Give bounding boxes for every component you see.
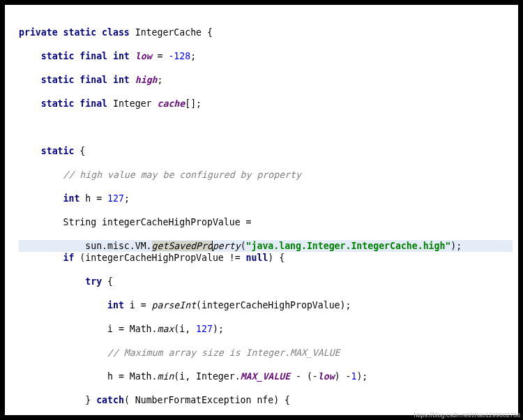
code-line: // Maximum array size is Integer.MAX_VAL… (19, 347, 513, 359)
code-line: if (integerCacheHighPropValue != null) { (19, 252, 513, 264)
code-line: i = Math.max(i, 127); (19, 323, 513, 335)
code-line: String integerCacheHighPropValue = (19, 216, 513, 228)
code-line: int h = 127; (19, 193, 513, 204)
code-line: private static class IntegerCache { (19, 27, 513, 38)
highlighted-line: sun.misc.VM.getSavedProperty("java.lang.… (19, 240, 513, 252)
code-editor-view: private static class IntegerCache { stat… (5, 5, 518, 415)
code-line: // high value may be configured by prope… (19, 169, 513, 181)
code-line: } catch( NumberFormatException nfe) { (19, 394, 513, 406)
watermark-text: https://blog.csdn.net/zhao1299002788 (414, 412, 520, 419)
code-line: static final int low = -128; (19, 50, 513, 62)
blank-line (19, 121, 513, 133)
code-line: h = Math.min(i, Integer.MAX_VALUE - (-lo… (19, 370, 513, 382)
code-line: try { (19, 276, 513, 287)
code-line: int i = parseInt(integerCacheHighPropVal… (19, 299, 513, 311)
code-line: static final Integer cache[]; (19, 98, 513, 110)
text-selection: getSavedPro (152, 241, 213, 251)
code-line: static final int high; (19, 74, 513, 86)
code-line: static { (19, 145, 513, 157)
